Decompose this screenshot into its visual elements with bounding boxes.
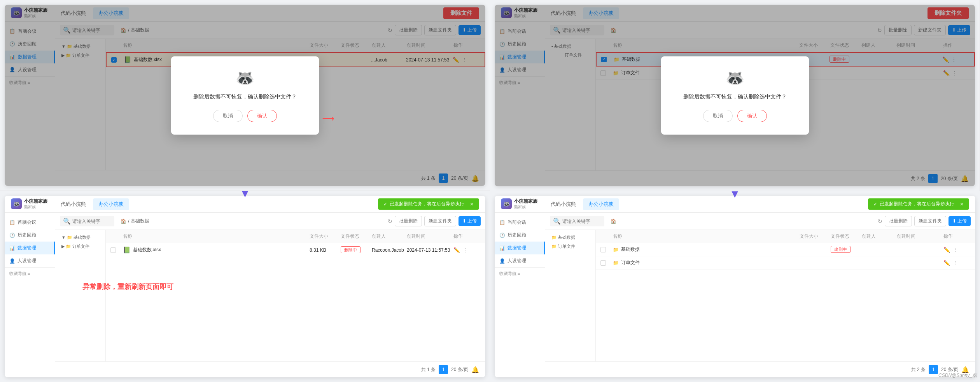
dialog-cancel-button[interactable]: 取消 xyxy=(213,110,243,122)
edit-icon-3-1[interactable]: ✏️ xyxy=(453,247,460,253)
notif-check-icon-4: ✓ xyxy=(873,202,877,207)
table-row-4-2[interactable]: 📁 订单文件 ✏️ ⋮ xyxy=(596,256,975,270)
folder-name-4-2: 订单文件 xyxy=(621,259,640,266)
sidebar-item-4-meeting[interactable]: 📋 当前会话 xyxy=(495,216,545,229)
dialog-message-2: 删除后数据不可恢复，确认删除选中文件？ xyxy=(677,93,793,100)
content-area-4: 🔍 🏠 ↻ 批量删除 新建文件夹 ⬆ 上传 📁 基础数 xyxy=(545,213,975,377)
tab-office-3[interactable]: 办公小浣熊 xyxy=(93,198,129,210)
status-badge-4-1: 建删中 xyxy=(831,246,850,253)
action-icons-4-2: ✏️ ⋮ xyxy=(943,260,971,266)
more-icon-3-1[interactable]: ⋮ xyxy=(462,247,468,253)
dialog-confirm-button[interactable]: 确认 xyxy=(247,110,277,122)
table-row-4-1[interactable]: 📁 基础数据 建删中 ✏️ ⋮ xyxy=(596,243,975,256)
panel-bottom-left: 🦝 小浣熊家族 熊家族 代码小浣熊 办公小浣熊 异常删除，重新刷新页面即可 ✓ … xyxy=(0,191,490,382)
sidebar-item-4-data[interactable]: 📊 数据管理 xyxy=(495,242,545,254)
refresh-icon-4[interactable]: ↻ xyxy=(878,218,882,224)
label-meeting-3: 首脑会议 xyxy=(18,219,36,226)
col-creator-3: 创建人 xyxy=(372,233,407,240)
dialog-raccoon-icon: 🦝 xyxy=(187,69,303,87)
table-header-4: 名称 文件大小 文件状态 创建人 创建时间 操作 xyxy=(596,230,975,243)
data-icon-3: 📊 xyxy=(9,245,15,251)
col-check-3 xyxy=(110,233,123,240)
new-folder-button-4[interactable]: 新建文件夹 xyxy=(914,216,946,226)
refresh-icon-3[interactable]: ↻ xyxy=(388,218,392,224)
home-icon-3: 🏠 xyxy=(121,219,126,224)
search-input-3[interactable] xyxy=(72,219,111,224)
tab-code-4[interactable]: 代码小浣熊 xyxy=(545,198,581,210)
col-size-3: 文件大小 xyxy=(310,233,341,240)
sidebar-item-3-data[interactable]: 📊 数据管理 xyxy=(5,242,55,254)
new-folder-button-3[interactable]: 新建文件夹 xyxy=(424,216,456,226)
pagination-3: 1 xyxy=(439,365,448,374)
col-check-4 xyxy=(600,233,613,240)
col-status-3: 文件状态 xyxy=(341,233,372,240)
persona-icon-4: 👤 xyxy=(499,258,505,264)
main-content-3: 📋 首脑会议 🕐 历史回顾 📊 数据管理 👤 人设管理 收藏导航 ≡ xyxy=(5,213,485,377)
bell-icon-3[interactable]: 🔔 xyxy=(471,366,479,373)
edit-icon-4-1[interactable]: ✏️ xyxy=(943,247,950,253)
dialog-confirm-button-2[interactable]: 确认 xyxy=(737,110,767,122)
content-area-3: 🔍 🏠 / 基础数据 ↻ 批量删除 新建文件夹 ⬆ 上传 xyxy=(55,213,485,377)
logo-text-block-4: 小浣熊家族 熊家族 xyxy=(514,198,537,209)
search-icon-4: 🔍 xyxy=(553,217,561,225)
upload-button-4[interactable]: ⬆ 上传 xyxy=(948,216,971,226)
per-page-3: 20 条/页 xyxy=(451,366,468,373)
row-checkbox-4-1[interactable] xyxy=(600,247,606,252)
tree-item-base-4[interactable]: 📁 基础数据 xyxy=(545,233,595,242)
tree-item-order-3[interactable]: ▶ 📁 订单文件 xyxy=(55,242,105,251)
file-area-3: ▼ 📁 基础数据 ▶ 📁 订单文件 名称 文件大小 文件状态 创建人 创建时间 … xyxy=(55,230,485,361)
more-icon-4-2[interactable]: ⋮ xyxy=(952,260,958,266)
label-history-3: 历史回顾 xyxy=(18,232,36,238)
nav-tabs-4: 代码小浣熊 办公小浣熊 xyxy=(545,198,868,210)
tab-code-3[interactable]: 代码小浣熊 xyxy=(55,198,91,210)
panel-top-right: ▼ 🦝 小浣熊家族 熊家族 代码小浣熊 办公小浣熊 删除文件夹 📋 xyxy=(490,0,980,191)
notif-close-4[interactable]: ✕ xyxy=(960,202,964,207)
col-size-4: 文件大小 xyxy=(800,233,831,240)
toolbar-actions-3: ↻ 批量删除 新建文件夹 ⬆ 上传 xyxy=(388,216,481,226)
panel-top-left: ▼ 🦝 小浣熊家族 熊家族 代码小浣熊 办公小浣熊 删除文件 📋 xyxy=(0,0,490,191)
sidebar-item-3-persona[interactable]: 👤 人设管理 xyxy=(5,254,55,267)
row-checkbox-4-2[interactable] xyxy=(600,260,606,266)
sidebar-item-3-meeting[interactable]: 📋 首脑会议 xyxy=(5,216,55,229)
persona-icon-3: 👤 xyxy=(9,258,15,264)
page-1-btn-3[interactable]: 1 xyxy=(439,365,448,374)
history-icon-4: 🕐 xyxy=(499,233,505,238)
upload-button-3[interactable]: ⬆ 上传 xyxy=(458,216,481,226)
sidebar-item-4-history[interactable]: 🕐 历史回顾 xyxy=(495,229,545,242)
tab-office-4[interactable]: 办公小浣熊 xyxy=(583,198,619,210)
page-1-btn-4[interactable]: 1 xyxy=(929,365,938,374)
batch-delete-button-4[interactable]: 批量删除 xyxy=(885,216,912,226)
logo-icon-3: 🦝 xyxy=(11,198,22,209)
table-footer-3: 共 1 条 1 20 条/页 🔔 xyxy=(55,361,485,377)
tree-item-base-3[interactable]: ▼ 📁 基础数据 xyxy=(55,233,105,242)
file-name-cell-3-1: 📗 基础数数.xlsx xyxy=(123,246,310,254)
table-row-3-1[interactable]: 📗 基础数数.xlsx 8.31 KB 删除中 Raccoon.Jacob 20… xyxy=(106,243,485,257)
total-count-4: 共 2 条 xyxy=(911,366,926,373)
sidebar-footer-4[interactable]: 收藏导航 ≡ xyxy=(495,267,545,280)
sidebar-item-3-history[interactable]: 🕐 历史回顾 xyxy=(5,229,55,242)
table-container-4: 名称 文件大小 文件状态 创建人 创建时间 操作 📁 基础数据 xyxy=(596,230,975,361)
success-notification-4: ✓ 已发起删除任务，将在后台异步执行 ✕ xyxy=(868,198,969,210)
app-window-bottom-right: 🦝 小浣熊家族 熊家族 代码小浣熊 办公小浣熊 ✓ 已发起删除任务，将在后台异步… xyxy=(495,196,975,377)
col-status-4: 文件状态 xyxy=(831,233,862,240)
edit-icon-4-2[interactable]: ✏️ xyxy=(943,260,950,266)
status-4-1: 建删中 xyxy=(831,247,862,252)
tree-item-order-4[interactable]: 📁 订单文件 xyxy=(545,242,595,251)
data-icon-4: 📊 xyxy=(499,245,505,251)
dialog-cancel-button-2[interactable]: 取消 xyxy=(703,110,733,122)
row-checkbox-3-1[interactable] xyxy=(110,247,116,253)
sidebar-item-4-persona[interactable]: 👤 人设管理 xyxy=(495,254,545,267)
table-container-3: 名称 文件大小 文件状态 创建人 创建时间 操作 📗 基础数数.xlsx xyxy=(106,230,485,361)
more-icon-4-1[interactable]: ⋮ xyxy=(952,247,958,253)
sidebar-footer-3[interactable]: 收藏导航 ≡ xyxy=(5,267,55,280)
col-time-4: 创建时间 xyxy=(897,233,943,240)
batch-delete-button-3[interactable]: 批量删除 xyxy=(395,216,422,226)
file-name-cell-4-1: 📁 基础数据 xyxy=(613,246,800,253)
label-data-4: 数据管理 xyxy=(508,245,526,251)
sidebar-4: 📋 当前会话 🕐 历史回顾 📊 数据管理 👤 人设管理 收藏导航 ≡ xyxy=(495,213,545,377)
search-box-3: 🔍 xyxy=(60,216,114,226)
dialog-overlay: 🦝 删除后数据不可恢复，确认删除选中文件？ 取消 确认 ⟵ xyxy=(5,5,485,186)
notif-close-3[interactable]: ✕ xyxy=(470,202,474,207)
breadcrumb-label-3: 基础数据 xyxy=(131,218,149,224)
search-input-4[interactable] xyxy=(562,219,601,224)
